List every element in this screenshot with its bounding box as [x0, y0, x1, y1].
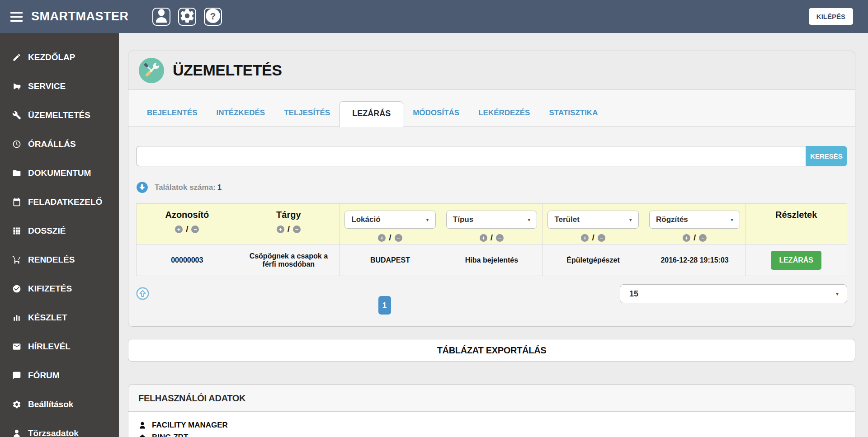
tab-lekerdezes[interactable]: LEKÉRDEZÉS [469, 108, 539, 127]
sidebar-item-label: HÍRLEVÉL [28, 342, 71, 352]
sidebar-item-uzemeltetes[interactable]: ÜZEMELTETÉS [0, 101, 119, 130]
row-close-button[interactable]: LEZÁRÁS [771, 251, 821, 270]
sidebar-item-label: KEZDŐLAP [28, 52, 75, 62]
grid-icon [12, 226, 21, 235]
sidebar-item-kezdolap[interactable]: KEZDŐLAP [0, 43, 119, 72]
sort-controls-tipus: +/− [441, 233, 542, 243]
table-row: 00000003Csöpögnek a csapok a férfi mosdó… [137, 244, 847, 276]
megaphone-icon [12, 82, 21, 91]
cell-targy: Csöpögnek a csapok a férfi mosdóban [238, 244, 340, 276]
filter-select-terulet[interactable]: Terület▼ [547, 211, 638, 229]
scroll-top-icon[interactable] [136, 287, 149, 300]
search-button[interactable]: KERESÉS [806, 146, 847, 166]
export-table-button[interactable]: TÁBLÁZAT EXPORTÁLÁS [128, 339, 855, 362]
collapse-minus-button-lokacio[interactable]: − [395, 234, 402, 242]
company-name: BING ZRT [152, 433, 188, 437]
column-header-azonosito: Azonosító+/− [137, 204, 238, 244]
collapse-minus-button-terulet[interactable]: − [598, 234, 605, 242]
expand-plus-button-azonosito[interactable]: + [175, 226, 183, 233]
filter-select-tipus[interactable]: Típus▼ [446, 211, 537, 229]
pagination: 1 [149, 284, 620, 315]
sidebar-item-torzsadatok[interactable]: Törzsadatok [0, 419, 119, 437]
chevron-down-icon: ▼ [628, 217, 633, 222]
chevron-down-icon: ▼ [527, 217, 531, 222]
sidebar-item-service[interactable]: SERVICE [0, 72, 119, 101]
sidebar-item-rendeles[interactable]: RENDELÉS [0, 245, 119, 274]
sidebar-item-label: KIFIZETÉS [28, 284, 72, 294]
user-name-line: FACILITY MANAGER [138, 419, 845, 431]
clock-icon [12, 140, 21, 149]
collapse-minus-button-azonosito[interactable]: − [191, 226, 199, 233]
collapse-down-arrow-icon[interactable] [136, 181, 148, 193]
sidebar-item-label: FÓRUM [28, 371, 60, 381]
sort-controls-rogzites: +/− [644, 233, 745, 243]
tab-modositas[interactable]: MÓDOSÍTÁS [403, 108, 469, 127]
sort-controls-azonosito: +/− [137, 224, 238, 234]
sidebar-item-kifizetes[interactable]: KIFIZETÉS [0, 274, 119, 303]
page-title: ÜZEMELTETÉS [173, 61, 282, 79]
sidebar-item-beallitasok[interactable]: Beállítások [0, 390, 119, 419]
sidebar-item-forum[interactable]: FÓRUM [0, 361, 119, 390]
sidebar: KEZDŐLAPSERVICEÜZEMELTETÉSÓRAÁLLÁSDOKUME… [0, 33, 119, 437]
sidebar-item-keszlet[interactable]: KÉSZLET [0, 303, 119, 332]
expand-plus-button-terulet[interactable]: + [581, 234, 589, 242]
cell-lokacio: BUDAPEST [340, 244, 441, 276]
sidebar-item-label: SERVICE [28, 81, 66, 91]
page-1-button[interactable]: 1 [378, 296, 391, 315]
collapse-minus-button-tipus[interactable]: − [496, 234, 504, 242]
tab-intezkedes[interactable]: INTÉZKEDÉS [207, 108, 274, 127]
edit-icon [12, 53, 21, 62]
tools-icon [138, 57, 165, 84]
check-circle-icon [12, 284, 21, 293]
column-header-tipus: Típus▼+/− [441, 204, 542, 244]
calendar-icon [12, 197, 21, 207]
panel-body: KERESÉS Találatok száma:1 Azonosító+/−Tá… [128, 127, 855, 326]
top-bar: SMARTMASTER ? KILÉPÉS [0, 0, 868, 33]
user-icon [153, 8, 170, 25]
collapse-minus-button-targy[interactable]: − [293, 226, 301, 233]
tab-statisztika[interactable]: STATISZTIKA [539, 108, 607, 127]
sidebar-item-hirlevel[interactable]: HÍRLEVÉL [0, 332, 119, 361]
user-icon [12, 429, 21, 437]
cell-azonosito: 00000003 [137, 244, 238, 276]
sidebar-item-dosszie[interactable]: DOSSZIÉ [0, 216, 119, 245]
expand-plus-button-targy[interactable]: + [277, 226, 284, 233]
logout-button[interactable]: KILÉPÉS [809, 8, 853, 25]
filter-select-lokacio[interactable]: Lokáció▼ [344, 211, 435, 229]
page-size-value: 15 [629, 289, 835, 299]
page-size-select[interactable]: 15 ▼ [620, 284, 847, 303]
sidebar-item-dokumentum[interactable]: DOKUMENTUM [0, 159, 119, 188]
chevron-down-icon: ▼ [835, 291, 840, 296]
sidebar-item-oraallas[interactable]: ÓRAÁLLÁS [0, 130, 119, 159]
sidebar-nav: KEZDŐLAPSERVICEÜZEMELTETÉSÓRAÁLLÁSDOKUME… [0, 33, 119, 437]
user-name: FACILITY MANAGER [152, 421, 228, 430]
chevron-down-icon: ▼ [425, 217, 430, 222]
tab-teljesites[interactable]: TELJESÍTÉS [274, 108, 340, 127]
search-row: KERESÉS [136, 146, 847, 166]
expand-plus-button-rogzites[interactable]: + [683, 234, 690, 242]
sidebar-item-label: FELADATKEZELŐ [28, 197, 102, 207]
expand-plus-button-tipus[interactable]: + [480, 234, 487, 242]
results-count-label: Találatok száma:1 [155, 183, 222, 192]
tab-bejelentes[interactable]: BEJELENTÉS [137, 108, 207, 127]
cart-icon [12, 255, 21, 264]
wrench-icon [12, 111, 21, 120]
help-icon: ? [205, 8, 221, 25]
profile-button[interactable] [152, 8, 170, 26]
column-header-reszletek: Részletek [745, 204, 847, 244]
search-input[interactable] [136, 146, 806, 166]
sidebar-item-feladatkezelo[interactable]: FELADATKEZELŐ [0, 188, 119, 216]
column-label: Részletek [745, 210, 847, 220]
sidebar-item-label: Beállítások [28, 399, 73, 409]
hamburger-menu-icon[interactable] [10, 12, 23, 22]
settings-button[interactable] [178, 8, 196, 26]
collapse-minus-button-rogzites[interactable]: − [699, 234, 707, 242]
expand-plus-button-lokacio[interactable]: + [378, 234, 386, 242]
tab-lezaras[interactable]: LEZÁRÁS [340, 101, 403, 127]
sidebar-item-label: DOSSZIÉ [28, 226, 66, 236]
column-header-targy: Tárgy+/− [238, 204, 340, 244]
chevron-down-icon: ▼ [730, 217, 734, 222]
help-button[interactable]: ? [204, 8, 222, 26]
sidebar-item-label: ÓRAÁLLÁS [28, 139, 76, 149]
filter-select-rogzites[interactable]: Rögzítés▼ [649, 211, 740, 229]
